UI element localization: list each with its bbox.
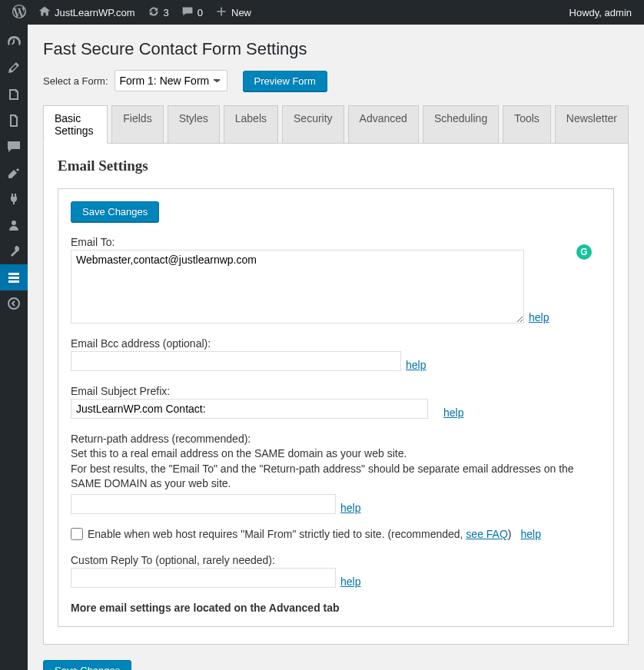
select-form-label: Select a Form: bbox=[43, 75, 108, 87]
menu-users[interactable] bbox=[0, 212, 28, 238]
see-faq-link[interactable]: see FAQ bbox=[466, 528, 507, 540]
tab-labels[interactable]: Labels bbox=[224, 105, 278, 143]
tab-advanced[interactable]: Advanced bbox=[348, 105, 419, 143]
return-path-field: Return-path address (recommended): Set t… bbox=[71, 433, 601, 514]
plus-icon bbox=[215, 5, 227, 20]
menu-posts[interactable] bbox=[0, 55, 28, 81]
home-icon bbox=[38, 5, 51, 20]
bcc-help-link[interactable]: help bbox=[406, 359, 426, 371]
email-to-label: Email To: bbox=[71, 236, 601, 248]
content-area: Fast Secure Contact Form Settings Select… bbox=[28, 25, 644, 670]
return-path-desc2: For best results, the "Email To" and the… bbox=[71, 462, 601, 492]
svg-point-0 bbox=[8, 298, 19, 309]
new-content-link[interactable]: New bbox=[209, 0, 257, 25]
email-settings-box: Save Changes Email To: Webmaster,contact… bbox=[58, 188, 614, 627]
mailfrom-checkbox-row: Enable when web host requires "Mail From… bbox=[71, 528, 601, 540]
mailfrom-checkbox[interactable] bbox=[71, 528, 83, 540]
tab-newsletter[interactable]: Newsletter bbox=[555, 105, 629, 143]
menu-collapse[interactable] bbox=[0, 290, 28, 317]
page-title: Fast Secure Contact Form Settings bbox=[43, 32, 629, 70]
custom-reply-field: Custom Reply To (optional, rarely needed… bbox=[71, 554, 601, 588]
form-select[interactable]: Form 1: New Form bbox=[115, 70, 227, 91]
form-selector-row: Select a Form: Form 1: New Form Preview … bbox=[43, 70, 629, 91]
return-path-label: Return-path address (recommended): bbox=[71, 433, 601, 445]
advanced-note: More email settings are located on the A… bbox=[71, 602, 601, 614]
tab-security[interactable]: Security bbox=[282, 105, 344, 143]
subject-prefix-label: Email Subject Prefix: bbox=[71, 385, 601, 397]
subject-prefix-input[interactable] bbox=[71, 399, 428, 419]
section-title: Email Settings bbox=[58, 158, 614, 174]
refresh-icon bbox=[148, 5, 160, 20]
return-path-desc1: Set this to a real email address on the … bbox=[71, 446, 601, 462]
tab-fields[interactable]: Fields bbox=[111, 105, 163, 143]
custom-reply-label: Custom Reply To (optional, rarely needed… bbox=[71, 554, 601, 566]
site-name-text: JustLearnWP.com bbox=[55, 7, 135, 18]
return-path-input[interactable] bbox=[71, 494, 336, 514]
menu-dashboard[interactable] bbox=[0, 29, 28, 55]
menu-tools[interactable] bbox=[0, 238, 28, 264]
subject-prefix-field: Email Subject Prefix: help bbox=[71, 385, 601, 419]
menu-appearance[interactable] bbox=[0, 160, 28, 186]
preview-form-button[interactable]: Preview Form bbox=[243, 71, 327, 91]
tab-scheduling[interactable]: Scheduling bbox=[423, 105, 499, 143]
mailfrom-checkbox-label: Enable when web host requires "Mail From… bbox=[88, 528, 512, 540]
comments-link[interactable]: 0 bbox=[175, 0, 209, 25]
wordpress-icon bbox=[12, 5, 26, 21]
email-to-textarea[interactable]: Webmaster,contact@justlearnwp.com bbox=[71, 250, 524, 323]
custom-reply-help-link[interactable]: help bbox=[340, 575, 360, 588]
mailfrom-help-link[interactable]: help bbox=[521, 528, 541, 540]
email-to-help-link[interactable]: help bbox=[529, 311, 549, 323]
admin-menu bbox=[0, 25, 28, 670]
save-changes-button-bottom[interactable]: Save Changes bbox=[43, 660, 131, 670]
tab-styles[interactable]: Styles bbox=[168, 105, 220, 143]
save-changes-button-top[interactable]: Save Changes bbox=[71, 201, 159, 222]
bcc-field: Email Bcc address (optional): help bbox=[71, 337, 601, 371]
menu-pages[interactable] bbox=[0, 108, 28, 134]
subject-help-link[interactable]: help bbox=[443, 406, 463, 419]
custom-reply-input[interactable] bbox=[71, 568, 336, 588]
menu-settings[interactable] bbox=[0, 264, 28, 290]
menu-plugins[interactable] bbox=[0, 186, 28, 212]
account-link[interactable]: Howdy, admin bbox=[563, 0, 638, 25]
menu-comments[interactable] bbox=[0, 134, 28, 160]
updates-count: 3 bbox=[164, 7, 169, 18]
comment-icon bbox=[181, 5, 194, 20]
howdy-text: Howdy, admin bbox=[569, 7, 632, 18]
settings-tabs: Basic Settings Fields Styles Labels Secu… bbox=[43, 105, 629, 144]
admin-bar: JustLearnWP.com 3 0 New Howdy, admin bbox=[0, 0, 644, 25]
comments-count: 0 bbox=[198, 7, 203, 18]
bcc-input[interactable] bbox=[71, 351, 401, 371]
bcc-label: Email Bcc address (optional): bbox=[71, 337, 601, 350]
tab-basic-settings[interactable]: Basic Settings bbox=[43, 105, 108, 144]
wp-logo[interactable] bbox=[6, 0, 32, 25]
tab-panel: Email Settings Save Changes Email To: We… bbox=[43, 144, 629, 645]
return-path-help-link[interactable]: help bbox=[340, 502, 360, 514]
site-name-link[interactable]: JustLearnWP.com bbox=[32, 0, 141, 25]
updates-link[interactable]: 3 bbox=[141, 0, 175, 25]
tab-tools[interactable]: Tools bbox=[503, 105, 551, 143]
menu-media[interactable] bbox=[0, 81, 28, 108]
new-label: New bbox=[231, 7, 251, 18]
grammarly-icon[interactable] bbox=[576, 244, 592, 260]
email-to-field: Email To: Webmaster,contact@justlearnwp.… bbox=[71, 236, 601, 323]
